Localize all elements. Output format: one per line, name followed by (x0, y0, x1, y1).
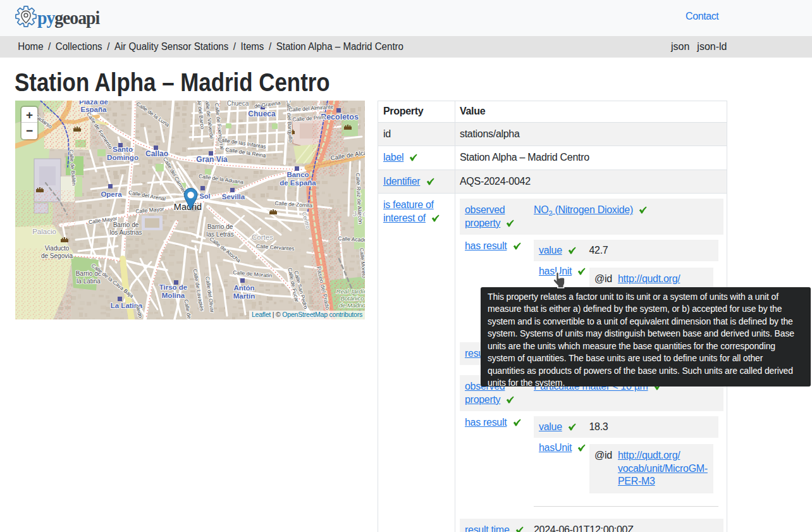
svg-text:los Austrias: los Austrias (109, 229, 142, 236)
svg-text:Plaza de: Plaza de (79, 101, 108, 106)
svg-text:Domingo: Domingo (107, 154, 138, 161)
svg-text:Tirso de: Tirso de (159, 283, 188, 291)
svg-text:Opera: Opera (101, 190, 122, 198)
svg-text:Barrio de: Barrio de (207, 223, 233, 230)
svg-text:Sevilla: Sevilla (222, 193, 245, 201)
svg-text:Chueca: Chueca (248, 109, 276, 118)
svg-text:Barrio de: Barrio de (113, 221, 139, 228)
svg-text:de Madrid: de Madrid (339, 302, 365, 309)
svg-text:Palacio: Palacio (32, 228, 56, 235)
svg-text:Banco: Banco (286, 171, 309, 178)
svg-text:Botánico: Botánico (341, 295, 364, 302)
svg-text:Antón: Antón (233, 284, 254, 292)
svg-text:de España: de España (280, 179, 316, 187)
svg-text:Recoletos: Recoletos (321, 113, 359, 121)
svg-text:Chueca: Chueca (227, 101, 249, 107)
svg-text:Cortes: Cortes (252, 233, 273, 241)
svg-text:Sol: Sol (199, 192, 210, 200)
svg-text:Molina: Molina (162, 292, 185, 299)
svg-text:la Latina: la Latina (77, 278, 101, 285)
svg-text:Real Jardín: Real Jardín (336, 288, 365, 295)
svg-text:Viaducto: Viaducto (45, 245, 70, 252)
svg-text:Gran Vía: Gran Vía (196, 155, 228, 164)
svg-text:España: España (81, 106, 108, 113)
svg-text:Santo: Santo (113, 145, 133, 153)
svg-text:Martín: Martín (233, 292, 255, 300)
svg-text:de Segovia: de Segovia (41, 252, 73, 259)
